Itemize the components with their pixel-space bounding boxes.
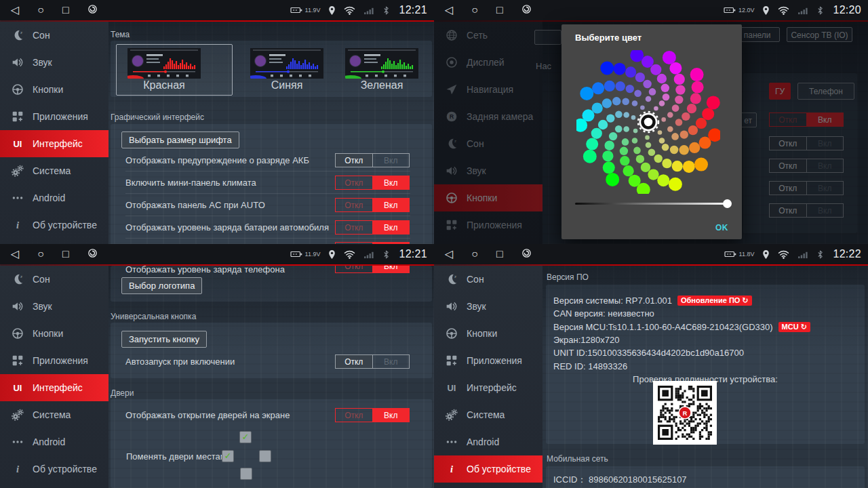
color-dot[interactable] [675,85,685,94]
color-dot[interactable] [604,81,615,92]
toggle-off-label[interactable]: Откл [336,154,373,167]
color-dot[interactable] [662,144,669,151]
sidebar-item-steering[interactable]: Кнопки [0,76,108,103]
door-checkbox-right[interactable] [259,450,271,462]
theme-name-red[interactable]: Красная [127,79,201,92]
toggle[interactable]: ОтклВкл [335,220,410,235]
update-badge[interactable]: MCU↻ [778,322,810,332]
color-dot[interactable] [646,96,652,102]
color-dot[interactable] [625,66,636,77]
app-icon[interactable] [87,248,98,261]
sidebar-item-info[interactable]: iОб устройстве [0,211,108,239]
color-dot[interactable] [622,98,629,106]
color-dot[interactable] [626,85,634,93]
color-dot[interactable] [675,96,683,104]
toggle[interactable]: ОтклВкл [335,153,410,167]
toggle[interactable]: ОтклВкл [335,176,410,190]
color-dot[interactable] [650,64,661,75]
color-dot[interactable] [643,80,651,88]
toggle-on-label[interactable]: Вкл [373,355,410,368]
sidebar-item-sound[interactable]: Звук [434,293,542,320]
sidebar-item-info[interactable]: iОб устройстве [434,455,542,483]
color-dot[interactable] [690,68,704,81]
app-icon[interactable] [521,248,532,261]
color-dot[interactable] [671,133,679,140]
home-icon[interactable]: ○ [37,0,44,20]
run-button[interactable]: Запустить кнопку [121,331,207,348]
app-icon[interactable] [87,4,98,17]
color-dot[interactable] [675,119,683,126]
sidebar-item-gears[interactable]: Система [0,401,108,428]
color-dot[interactable] [602,98,612,108]
sidebar-item-apps[interactable]: Приложения [0,347,108,374]
color-dot[interactable] [641,163,650,172]
color-dot[interactable] [702,108,714,120]
toggle-on-label[interactable]: Вкл [373,221,410,234]
color-dot[interactable] [658,130,663,135]
theme-name-green[interactable]: Зеленая [345,79,418,92]
color-dot[interactable] [602,150,613,161]
toggle-on-label[interactable]: Вкл [373,199,410,211]
color-dot[interactable] [592,82,604,94]
sidebar-item-sound[interactable]: Звук [0,293,108,320]
color-dot[interactable] [623,165,634,176]
color-dot[interactable] [670,146,678,154]
color-dot[interactable] [586,138,598,150]
color-dot[interactable] [614,63,626,75]
color-dot[interactable] [623,112,629,118]
sidebar-item-gears[interactable]: Система [0,157,108,184]
color-dot[interactable] [674,74,685,85]
back-icon[interactable]: ◁ [11,244,19,264]
color-dot[interactable] [694,158,708,171]
color-dot[interactable] [606,173,619,186]
sidebar-item-moon[interactable]: zСон [0,266,108,293]
color-dot[interactable] [648,169,658,180]
sidebar-item-steering[interactable]: Кнопки [434,320,542,347]
color-dot[interactable] [679,145,689,155]
home-icon[interactable]: ○ [471,244,478,264]
color-dot[interactable] [620,156,629,165]
color-dot[interactable] [631,115,636,120]
color-dot[interactable] [603,161,615,174]
color-dot[interactable] [592,102,603,113]
back-icon[interactable]: ◁ [445,244,453,264]
door-checkbox-left[interactable]: ✓ [222,450,234,462]
color-dot[interactable] [659,100,665,106]
sidebar-item-ui[interactable]: UIИнтерфейс [0,374,108,401]
color-dot[interactable] [649,88,656,96]
color-dot[interactable] [654,106,658,111]
sidebar-item-gears[interactable]: Система [434,401,542,428]
door-checkbox-rear[interactable] [240,468,252,480]
color-dot[interactable] [648,148,656,156]
sidebar-item-steering[interactable]: Кнопки [0,320,108,347]
logo-select-button[interactable]: Выбор логотипа [121,277,202,294]
color-dot[interactable] [636,155,644,163]
color-dot[interactable] [657,74,667,83]
toggle-autorun[interactable]: ОтклВкл [335,354,410,369]
color-wheel[interactable] [576,50,720,194]
color-dot[interactable] [580,87,593,100]
color-dot[interactable] [632,138,638,144]
color-dot[interactable] [654,155,663,163]
color-dot[interactable] [687,104,696,113]
color-dot[interactable] [696,118,707,129]
theme-name-blue[interactable]: Синяя [250,79,323,92]
toggle-off-label[interactable]: Откл [336,409,373,422]
sidebar-item-moon[interactable]: zСон [0,22,108,49]
color-dot[interactable] [612,97,620,105]
color-dot[interactable] [634,89,642,97]
theme-preview-green[interactable] [345,48,418,79]
color-dot[interactable] [672,161,683,171]
color-dot[interactable] [672,104,679,112]
ok-button[interactable]: OK [715,223,728,232]
recents-icon[interactable]: □ [62,0,69,20]
sidebar-item-ui[interactable]: UIИнтерфейс [434,374,542,401]
color-dot[interactable] [692,81,704,94]
color-dot[interactable] [583,150,597,163]
sidebar-item-sound[interactable]: Звук [0,49,108,76]
toggle-on-label[interactable]: Вкл [373,154,410,167]
toggle[interactable]: ОтклВкл [335,198,410,212]
color-dot[interactable] [707,96,720,109]
color-dot[interactable] [645,136,650,140]
color-dot[interactable] [616,81,625,91]
